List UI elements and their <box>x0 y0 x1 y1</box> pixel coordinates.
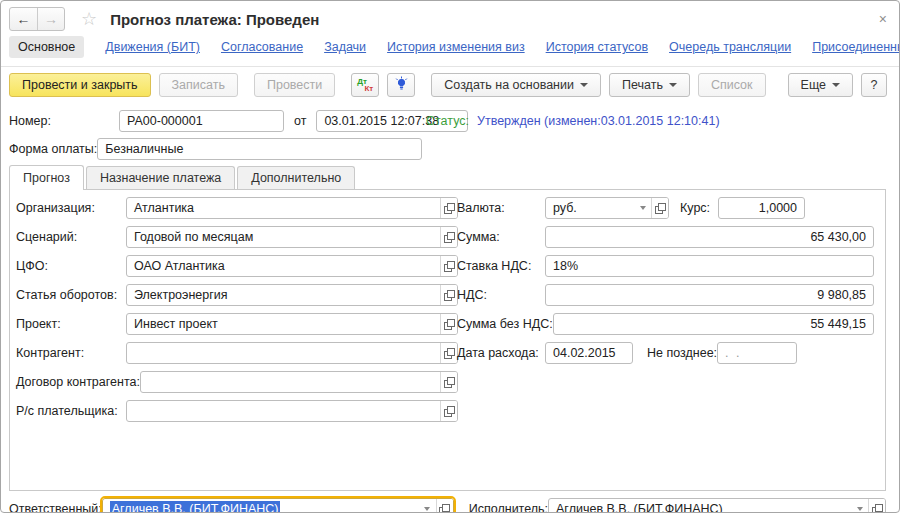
open-icon[interactable] <box>868 499 885 513</box>
chevron-down-icon <box>580 83 588 87</box>
project-label: Проект: <box>16 317 126 331</box>
help-button[interactable]: ? <box>861 73 887 97</box>
tab-payment-purpose[interactable]: Назначение платежа <box>86 166 235 189</box>
lamp-icon <box>394 76 409 94</box>
expense-date-field[interactable]: 04.02.2015 <box>545 342 633 364</box>
rate-field[interactable]: 1,0000 <box>718 197 805 219</box>
project-field[interactable]: Инвест проект <box>126 313 458 335</box>
post-button[interactable]: Провести <box>254 73 335 97</box>
contract-value <box>141 372 440 392</box>
counterparty-field[interactable] <box>126 342 458 364</box>
field-row-expense-date: Дата расхода: 04.02.2015 Не позднее: . . <box>457 342 874 364</box>
payment-form-label: Форма оплаты: <box>9 142 97 156</box>
dropdown-caret-icon[interactable] <box>419 499 436 513</box>
executor-value: Агличев В.В. (БИТ.ФИНАНС) <box>549 499 851 513</box>
dropdown-caret-icon[interactable] <box>851 499 868 513</box>
menu-item-attached-files[interactable]: Присоединенные файлы <box>812 40 900 54</box>
chevron-down-icon <box>669 83 677 87</box>
print-label: Печать <box>622 78 663 92</box>
dropdown-caret-icon[interactable] <box>634 198 651 218</box>
open-icon[interactable] <box>440 343 457 363</box>
menu-item-main[interactable]: Основное <box>9 36 84 58</box>
more-label: Еще <box>801 78 826 92</box>
menu-item-status-history[interactable]: История статусов <box>546 40 648 54</box>
back-button[interactable]: ← <box>10 8 37 30</box>
organization-value: Атлантика <box>127 198 440 218</box>
payment-form-row: Форма оплаты: Безналичные <box>1 138 899 160</box>
payment-form-field[interactable]: Безналичные <box>97 138 422 160</box>
history-nav-group: ← → <box>9 7 65 31</box>
turnover-item-value: Электроэнергия <box>127 285 440 305</box>
field-row-currency: Валюта: руб. Курс: 1,0000 <box>457 197 874 219</box>
number-label: Номер: <box>9 114 119 128</box>
open-icon[interactable] <box>440 401 457 421</box>
executor-field[interactable]: Агличев В.В. (БИТ.ФИНАНС) <box>548 498 886 513</box>
chevron-down-icon <box>832 83 840 87</box>
vat-field[interactable]: 9 980,85 <box>545 284 874 306</box>
forward-button[interactable]: → <box>37 8 64 30</box>
menu-item-tasks[interactable]: Задачи <box>324 40 366 54</box>
responsible-field[interactable]: Агличев В.В. (БИТ.ФИНАНС) <box>102 498 454 513</box>
field-row-contract: Договор контрагента: <box>16 371 458 393</box>
vat-rate-field[interactable]: 18% <box>545 255 874 277</box>
print-button[interactable]: Печать <box>609 73 690 97</box>
hint-lamp-button[interactable] <box>387 73 415 97</box>
date-label: от <box>294 114 306 128</box>
open-icon[interactable] <box>440 314 457 334</box>
titlebar: ← → ☆ Прогноз платежа: Проведен × <box>1 1 899 33</box>
create-based-on-button[interactable]: Создать на основании <box>431 73 601 97</box>
responsible-value: Агличев В.В. (БИТ.ФИНАНС) <box>103 499 419 513</box>
open-icon[interactable] <box>436 499 453 513</box>
list-button[interactable]: Список <box>698 73 766 97</box>
open-icon[interactable] <box>440 372 457 392</box>
scenario-value: Годовой по месяцам <box>127 227 440 247</box>
tabs: Прогноз Назначение платежа Дополнительно <box>1 160 899 189</box>
field-row-turnover-item: Статья оборотов: Электроэнергия <box>16 284 458 306</box>
scenario-field[interactable]: Годовой по месяцам <box>126 226 458 248</box>
footer: Ответственный: Агличев В.В. (БИТ.ФИНАНС)… <box>1 491 899 513</box>
payer-account-field[interactable] <box>126 400 458 422</box>
currency-field[interactable]: руб. <box>545 197 669 219</box>
responsible-label: Ответственный: <box>9 502 102 513</box>
status-label: Статус: <box>426 114 469 128</box>
vat-label: НДС: <box>457 288 545 302</box>
menu-item-broadcast-queue[interactable]: Очередь трансляции <box>669 40 791 54</box>
open-icon[interactable] <box>651 198 668 218</box>
open-icon[interactable] <box>440 198 457 218</box>
amount-field[interactable]: 65 430,00 <box>545 226 874 248</box>
field-row-counterparty: Контрагент: <box>16 342 458 364</box>
cfo-field[interactable]: ОАО Атлантика <box>126 255 458 277</box>
turnover-item-field[interactable]: Электроэнергия <box>126 284 458 306</box>
tab-forecast[interactable]: Прогноз <box>9 165 84 190</box>
post-and-close-button[interactable]: Провести и закрыть <box>9 73 151 97</box>
open-icon[interactable] <box>440 285 457 305</box>
menu-item-movements[interactable]: Движения (БИТ) <box>105 40 200 54</box>
more-button[interactable]: Еще <box>788 73 853 97</box>
field-row-amount: Сумма: 65 430,00 <box>457 226 874 248</box>
amount-label: Сумма: <box>457 230 545 244</box>
tab-additional[interactable]: Дополнительно <box>237 166 355 189</box>
contract-field[interactable] <box>140 371 458 393</box>
status-block: Статус: Утвержден (изменен:03.01.2015 12… <box>426 110 720 132</box>
not-later-field[interactable]: . . <box>717 342 797 364</box>
debit-credit-button[interactable]: ДтКт <box>351 73 379 97</box>
left-column: Организация: Атлантика Сценарий: Годовой… <box>16 197 458 429</box>
close-icon[interactable]: × <box>879 12 887 26</box>
currency-label: Валюта: <box>457 201 545 215</box>
right-column: Валюта: руб. Курс: 1,0000 Сумма: 65 430,… <box>457 197 874 371</box>
menu-item-visa-history[interactable]: История изменения виз <box>387 40 525 54</box>
save-button[interactable]: Записать <box>159 73 238 97</box>
currency-value: руб. <box>546 198 634 218</box>
open-icon[interactable] <box>440 227 457 247</box>
vat-rate-label: Ставка НДС: <box>457 259 545 273</box>
forecast-tab-panel: Организация: Атлантика Сценарий: Годовой… <box>9 189 886 491</box>
counterparty-value <box>127 343 440 363</box>
field-row-vat-rate: Ставка НДС: 18% <box>457 255 874 277</box>
amount-no-vat-field[interactable]: 55 449,15 <box>553 313 874 335</box>
counterparty-label: Контрагент: <box>16 346 126 360</box>
open-icon[interactable] <box>440 256 457 276</box>
menu-item-approval[interactable]: Согласование <box>221 40 303 54</box>
number-field[interactable]: РА00-000001 <box>119 110 284 132</box>
organization-field[interactable]: Атлантика <box>126 197 458 219</box>
favorite-star-icon[interactable]: ☆ <box>81 8 97 30</box>
